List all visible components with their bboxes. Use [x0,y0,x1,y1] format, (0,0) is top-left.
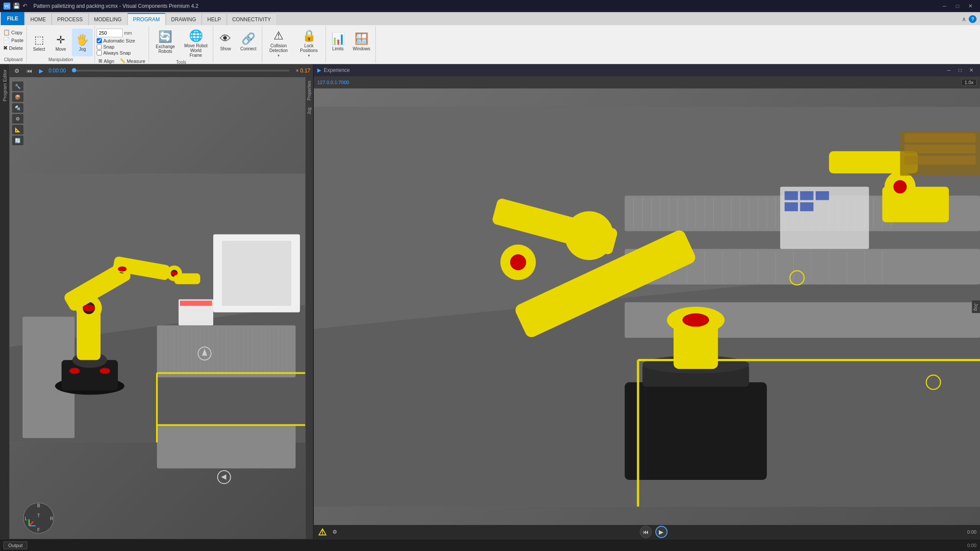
tab-file[interactable]: FILE [1,12,24,25]
move-robot-world-button[interactable]: 🌐 Move Robot World Frame [180,28,211,59]
tab-help[interactable]: HELP [202,13,226,25]
experience-zoom: 1.0x [961,79,977,86]
copy-button[interactable]: 📋 Copy [2,29,24,36]
ribbon-group-manipulation: ⬚ Select ✛ Move 🖐 Jog Manipulation [27,26,95,63]
tab-connectivity[interactable]: CONNECTIVITY [227,13,276,25]
collision-detection-button[interactable]: ⚠ Collision Detection ▼ [264,28,293,59]
collision-dropdown-arrow: ▼ [277,54,280,58]
move-robot-icon: 🌐 [189,29,203,42]
tab-program[interactable]: PROGRAM [127,13,165,25]
show-button[interactable]: 👁 Show [215,28,236,55]
nav-widget-svg: B F L R T [23,502,55,535]
properties-tab[interactable]: Properties [306,77,313,104]
tool-icon-6[interactable]: 🔄 [12,136,23,145]
tab-modeling[interactable]: MODELING [88,13,127,25]
exp-settings-icon[interactable]: ⚙ [329,527,340,537]
exp-minimize[interactable]: ─ [944,65,954,75]
timeline-track[interactable] [72,70,290,72]
ribbon: FILE HOME PROCESS MODELING PROGRAM DRAWI… [0,12,980,64]
snap-checkbox[interactable]: Snap [97,44,114,49]
exp-rewind-button[interactable]: ⏮ [640,526,652,538]
svg-point-127 [682,313,709,327]
viewport-right: ▶ Experience ─ □ ✕ 127.0.0.1:7000 1.0x [313,64,980,539]
maximize-button[interactable]: □ [951,0,964,12]
automatic-size-checkbox[interactable]: Automatic Size [97,38,135,43]
tool-icon-2[interactable]: 📦 [12,92,23,102]
exp-logo-icon [317,527,328,537]
ribbon-group-clipboard: 📋 Copy 📄 Paste ✖ Delete Clipboard [0,26,27,63]
tool-icon-5[interactable]: 📐 [12,125,23,134]
exp-close[interactable]: ✕ [966,65,977,75]
experience-toolbar: 127.0.0.1:7000 1.0x [314,76,980,88]
viewport-left-toolbar: ⚙ ⏮ ▶ 0:00:00 × 0.17 [10,64,313,77]
select-button[interactable]: ⬚ Select [29,29,49,56]
jog-panel-tab[interactable]: Jog [972,300,980,313]
sidebar-tab-program-editor[interactable]: Program Editor [1,66,9,105]
size-input[interactable] [97,29,123,37]
tool-icon-4[interactable]: ⚙ [12,114,23,124]
svg-rect-143 [785,202,798,211]
manipulation-label: Manipulation [49,56,73,62]
show-icon: 👁 [220,32,231,46]
timeline-thumb[interactable] [72,68,76,72]
svg-marker-62 [221,475,226,480]
experience-canvas[interactable]: Jog [314,88,980,525]
jog-button[interactable]: 🖐 Jog [72,29,93,56]
rewind-button[interactable]: ⏮ [24,66,34,75]
tab-drawing[interactable]: DRAWING [166,13,202,25]
lock-icon: 🔒 [302,29,316,42]
viewport-left-canvas[interactable]: 🔧 📦 🔩 ⚙ 📐 🔄 B F L R T [10,77,313,539]
collision-icon: ⚠ [273,29,283,42]
tab-home[interactable]: HOME [25,13,51,25]
align-button[interactable]: ⊞ Align [97,57,116,65]
jog-tab[interactable]: Jog [306,104,313,118]
exp-maximize[interactable]: □ [955,65,965,75]
measure-icon: 📏 [120,58,126,64]
limits-icon: 📊 [331,32,345,46]
select-icon: ⬚ [34,34,44,46]
settings-button[interactable]: ⚙ [12,66,22,75]
windows-button[interactable]: 🪟 Windows [349,28,374,55]
paste-button[interactable]: 📄 Paste [2,36,25,44]
collapse-ribbon-btn[interactable]: ∧ [962,16,966,23]
experience-scene [314,88,980,525]
quick-access-save[interactable]: 💾 [13,3,20,9]
tab-process[interactable]: PROCESS [52,13,88,25]
tool-icon-1[interactable]: 🔧 [12,82,23,91]
move-button[interactable]: ✛ Move [50,29,71,56]
svg-text:F: F [37,528,40,532]
clipboard-label: Clipboard [4,56,23,62]
measure-button[interactable]: 📏 Measure [118,57,147,65]
ribbon-group-collision: ⚠ Collision Detection ▼ 🔒 Lock Positions… [262,26,326,63]
output-button[interactable]: Output [3,541,27,549]
svg-point-49 [83,305,95,312]
play-button[interactable]: ▶ [36,66,46,75]
tool-icon-3[interactable]: 🔩 [12,103,23,113]
svg-rect-140 [785,191,798,200]
help-info-btn[interactable]: ? [969,15,977,23]
ribbon-group-show: 👁 Show 🔗 Connect [213,26,262,63]
limits-button[interactable]: 📊 Limits [328,28,348,55]
connect-button[interactable]: 🔗 Connect [237,28,260,55]
windows-icon: 🪟 [355,32,368,46]
lock-positions-button[interactable]: 🔒 Lock Positions ▼ [294,28,324,59]
align-icon: ⊞ [98,58,102,64]
tool-overlay: 🔧 📦 🔩 ⚙ 📐 🔄 [12,82,23,145]
experience-bottom-controls: ⚙ ⏮ ▶ 0:00 [314,525,980,539]
ribbon-group-limits: 📊 Limits 🪟 Windows [326,26,376,63]
exchange-robots-button[interactable]: 🔄 Exchange Robots [151,28,179,55]
status-right-time: 0:00 [967,543,977,548]
delete-button[interactable]: ✖ Delete [2,44,24,52]
close-button[interactable]: ✕ [964,0,977,12]
navigation-widget[interactable]: B F L R T [23,502,55,535]
svg-point-136 [893,180,907,193]
svg-text:L: L [25,516,27,521]
always-snap-checkbox[interactable]: Always Snap [97,50,131,55]
minimize-button[interactable]: ─ [938,0,951,12]
svg-rect-4 [157,425,296,469]
quick-access-undo[interactable]: ↶ [23,3,27,9]
svg-rect-148 [905,134,976,142]
svg-rect-48 [174,274,200,284]
lock-dropdown-arrow: ▼ [307,54,311,58]
exp-play-button[interactable]: ▶ [655,526,667,538]
